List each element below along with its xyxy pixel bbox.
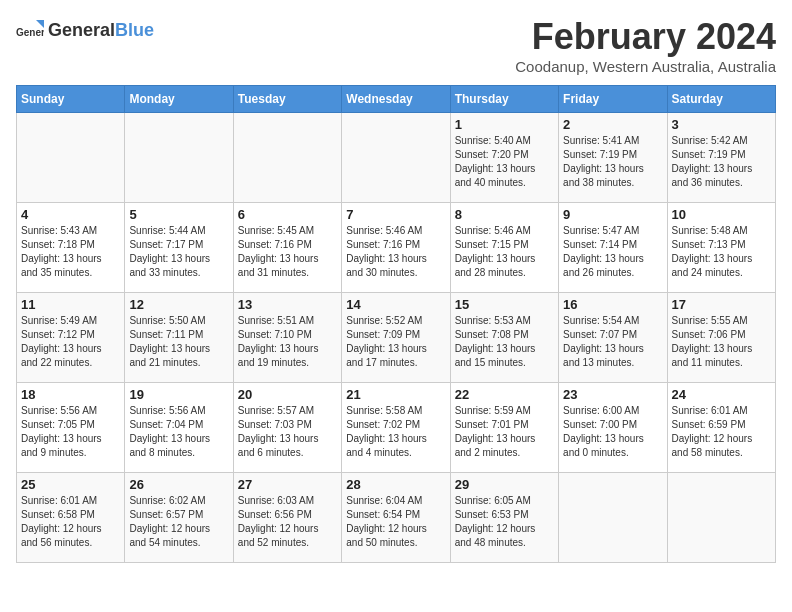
- day-number: 14: [346, 297, 445, 312]
- calendar-cell: 8Sunrise: 5:46 AM Sunset: 7:15 PM Daylig…: [450, 203, 558, 293]
- calendar-cell: 7Sunrise: 5:46 AM Sunset: 7:16 PM Daylig…: [342, 203, 450, 293]
- day-number: 13: [238, 297, 337, 312]
- logo-general: General: [48, 20, 115, 40]
- day-number: 11: [21, 297, 120, 312]
- calendar-cell: 16Sunrise: 5:54 AM Sunset: 7:07 PM Dayli…: [559, 293, 667, 383]
- day-number: 22: [455, 387, 554, 402]
- calendar-cell: 22Sunrise: 5:59 AM Sunset: 7:01 PM Dayli…: [450, 383, 558, 473]
- calendar-cell: [125, 113, 233, 203]
- header-day-wednesday: Wednesday: [342, 86, 450, 113]
- day-number: 20: [238, 387, 337, 402]
- calendar-cell: [342, 113, 450, 203]
- logo: General GeneralBlue: [16, 16, 154, 44]
- day-number: 25: [21, 477, 120, 492]
- calendar-cell: 21Sunrise: 5:58 AM Sunset: 7:02 PM Dayli…: [342, 383, 450, 473]
- day-info: Sunrise: 6:04 AM Sunset: 6:54 PM Dayligh…: [346, 494, 445, 550]
- week-row-5: 25Sunrise: 6:01 AM Sunset: 6:58 PM Dayli…: [17, 473, 776, 563]
- day-number: 24: [672, 387, 771, 402]
- day-info: Sunrise: 5:56 AM Sunset: 7:04 PM Dayligh…: [129, 404, 228, 460]
- title-section: February 2024 Coodanup, Western Australi…: [515, 16, 776, 75]
- calendar-cell: 26Sunrise: 6:02 AM Sunset: 6:57 PM Dayli…: [125, 473, 233, 563]
- day-number: 4: [21, 207, 120, 222]
- header-day-sunday: Sunday: [17, 86, 125, 113]
- header-day-tuesday: Tuesday: [233, 86, 341, 113]
- logo-icon: General: [16, 16, 44, 44]
- header: General GeneralBlue February 2024 Coodan…: [16, 16, 776, 75]
- calendar-cell: 17Sunrise: 5:55 AM Sunset: 7:06 PM Dayli…: [667, 293, 775, 383]
- week-row-3: 11Sunrise: 5:49 AM Sunset: 7:12 PM Dayli…: [17, 293, 776, 383]
- day-info: Sunrise: 5:59 AM Sunset: 7:01 PM Dayligh…: [455, 404, 554, 460]
- day-info: Sunrise: 6:05 AM Sunset: 6:53 PM Dayligh…: [455, 494, 554, 550]
- day-number: 7: [346, 207, 445, 222]
- day-info: Sunrise: 5:45 AM Sunset: 7:16 PM Dayligh…: [238, 224, 337, 280]
- calendar-cell: 9Sunrise: 5:47 AM Sunset: 7:14 PM Daylig…: [559, 203, 667, 293]
- header-day-monday: Monday: [125, 86, 233, 113]
- calendar-cell: 10Sunrise: 5:48 AM Sunset: 7:13 PM Dayli…: [667, 203, 775, 293]
- day-number: 17: [672, 297, 771, 312]
- day-info: Sunrise: 5:51 AM Sunset: 7:10 PM Dayligh…: [238, 314, 337, 370]
- day-number: 16: [563, 297, 662, 312]
- calendar-cell: 6Sunrise: 5:45 AM Sunset: 7:16 PM Daylig…: [233, 203, 341, 293]
- day-number: 1: [455, 117, 554, 132]
- day-number: 28: [346, 477, 445, 492]
- day-info: Sunrise: 5:46 AM Sunset: 7:16 PM Dayligh…: [346, 224, 445, 280]
- calendar-cell: 1Sunrise: 5:40 AM Sunset: 7:20 PM Daylig…: [450, 113, 558, 203]
- day-number: 12: [129, 297, 228, 312]
- day-number: 3: [672, 117, 771, 132]
- main-title: February 2024: [515, 16, 776, 58]
- calendar-cell: 11Sunrise: 5:49 AM Sunset: 7:12 PM Dayli…: [17, 293, 125, 383]
- day-info: Sunrise: 5:44 AM Sunset: 7:17 PM Dayligh…: [129, 224, 228, 280]
- day-info: Sunrise: 5:41 AM Sunset: 7:19 PM Dayligh…: [563, 134, 662, 190]
- day-info: Sunrise: 6:01 AM Sunset: 6:58 PM Dayligh…: [21, 494, 120, 550]
- day-info: Sunrise: 5:47 AM Sunset: 7:14 PM Dayligh…: [563, 224, 662, 280]
- calendar-cell: [17, 113, 125, 203]
- calendar-cell: 3Sunrise: 5:42 AM Sunset: 7:19 PM Daylig…: [667, 113, 775, 203]
- day-number: 5: [129, 207, 228, 222]
- subtitle: Coodanup, Western Australia, Australia: [515, 58, 776, 75]
- day-info: Sunrise: 5:46 AM Sunset: 7:15 PM Dayligh…: [455, 224, 554, 280]
- day-number: 18: [21, 387, 120, 402]
- day-number: 15: [455, 297, 554, 312]
- day-info: Sunrise: 6:01 AM Sunset: 6:59 PM Dayligh…: [672, 404, 771, 460]
- calendar-cell: 29Sunrise: 6:05 AM Sunset: 6:53 PM Dayli…: [450, 473, 558, 563]
- header-day-thursday: Thursday: [450, 86, 558, 113]
- svg-text:General: General: [16, 27, 44, 38]
- day-info: Sunrise: 5:43 AM Sunset: 7:18 PM Dayligh…: [21, 224, 120, 280]
- calendar-cell: 5Sunrise: 5:44 AM Sunset: 7:17 PM Daylig…: [125, 203, 233, 293]
- day-info: Sunrise: 5:54 AM Sunset: 7:07 PM Dayligh…: [563, 314, 662, 370]
- calendar-cell: [667, 473, 775, 563]
- day-info: Sunrise: 5:56 AM Sunset: 7:05 PM Dayligh…: [21, 404, 120, 460]
- calendar-cell: 27Sunrise: 6:03 AM Sunset: 6:56 PM Dayli…: [233, 473, 341, 563]
- day-info: Sunrise: 5:55 AM Sunset: 7:06 PM Dayligh…: [672, 314, 771, 370]
- calendar-cell: 19Sunrise: 5:56 AM Sunset: 7:04 PM Dayli…: [125, 383, 233, 473]
- day-info: Sunrise: 5:57 AM Sunset: 7:03 PM Dayligh…: [238, 404, 337, 460]
- day-info: Sunrise: 6:00 AM Sunset: 7:00 PM Dayligh…: [563, 404, 662, 460]
- day-info: Sunrise: 6:03 AM Sunset: 6:56 PM Dayligh…: [238, 494, 337, 550]
- calendar-cell: 12Sunrise: 5:50 AM Sunset: 7:11 PM Dayli…: [125, 293, 233, 383]
- calendar-cell: 4Sunrise: 5:43 AM Sunset: 7:18 PM Daylig…: [17, 203, 125, 293]
- header-row: SundayMondayTuesdayWednesdayThursdayFrid…: [17, 86, 776, 113]
- calendar-cell: 14Sunrise: 5:52 AM Sunset: 7:09 PM Dayli…: [342, 293, 450, 383]
- calendar-cell: 24Sunrise: 6:01 AM Sunset: 6:59 PM Dayli…: [667, 383, 775, 473]
- calendar-cell: 23Sunrise: 6:00 AM Sunset: 7:00 PM Dayli…: [559, 383, 667, 473]
- day-info: Sunrise: 5:49 AM Sunset: 7:12 PM Dayligh…: [21, 314, 120, 370]
- calendar-cell: 2Sunrise: 5:41 AM Sunset: 7:19 PM Daylig…: [559, 113, 667, 203]
- calendar-cell: 25Sunrise: 6:01 AM Sunset: 6:58 PM Dayli…: [17, 473, 125, 563]
- calendar-cell: 13Sunrise: 5:51 AM Sunset: 7:10 PM Dayli…: [233, 293, 341, 383]
- day-info: Sunrise: 5:42 AM Sunset: 7:19 PM Dayligh…: [672, 134, 771, 190]
- day-number: 26: [129, 477, 228, 492]
- day-number: 9: [563, 207, 662, 222]
- calendar-cell: [559, 473, 667, 563]
- week-row-4: 18Sunrise: 5:56 AM Sunset: 7:05 PM Dayli…: [17, 383, 776, 473]
- day-number: 8: [455, 207, 554, 222]
- logo-blue: Blue: [115, 20, 154, 40]
- calendar-cell: 28Sunrise: 6:04 AM Sunset: 6:54 PM Dayli…: [342, 473, 450, 563]
- day-number: 27: [238, 477, 337, 492]
- day-info: Sunrise: 5:52 AM Sunset: 7:09 PM Dayligh…: [346, 314, 445, 370]
- calendar-table: SundayMondayTuesdayWednesdayThursdayFrid…: [16, 85, 776, 563]
- calendar-cell: [233, 113, 341, 203]
- day-number: 6: [238, 207, 337, 222]
- day-number: 23: [563, 387, 662, 402]
- day-number: 19: [129, 387, 228, 402]
- week-row-2: 4Sunrise: 5:43 AM Sunset: 7:18 PM Daylig…: [17, 203, 776, 293]
